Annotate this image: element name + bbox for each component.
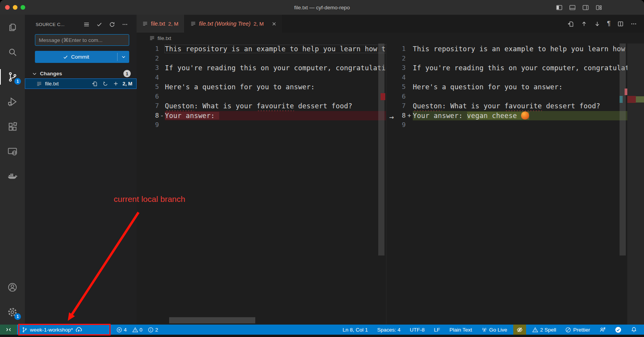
pilcrow-icon[interactable]: ¶ xyxy=(607,20,611,28)
docker-icon xyxy=(7,170,18,182)
commit-message-input[interactable] xyxy=(35,34,129,46)
checkmark-item[interactable] xyxy=(612,325,625,335)
annotation-highlight-box xyxy=(18,324,111,335)
next-change-icon[interactable] xyxy=(594,21,601,27)
sidebar-item-extensions[interactable] xyxy=(0,114,25,139)
run-debug-icon xyxy=(7,96,18,107)
code-line: If you're reading this on your computer,… xyxy=(413,64,644,72)
open-file-icon[interactable] xyxy=(92,81,98,87)
commit-check-icon[interactable] xyxy=(96,21,102,28)
code-line: This repository is an example to help yo… xyxy=(413,45,644,53)
info-count: 2 xyxy=(155,327,158,333)
indentation-item[interactable]: Spaces: 4 xyxy=(374,325,403,335)
file-icon xyxy=(149,35,155,41)
cursor-position-item[interactable]: Ln 8, Col 1 xyxy=(339,325,371,335)
diff-modified-pane[interactable]: 1This repository is an example to help y… xyxy=(386,43,644,325)
remote-icon xyxy=(5,327,12,333)
sidebar-item-settings[interactable]: 1 xyxy=(0,300,25,325)
broadcast-icon xyxy=(481,327,487,333)
more-actions-icon[interactable] xyxy=(122,21,128,28)
stage-changes-icon[interactable] xyxy=(113,81,119,87)
misspelled-word: Queston xyxy=(165,102,194,110)
changes-count-badge: 1 xyxy=(123,70,131,77)
warning-icon xyxy=(532,327,538,333)
overview-deleted-block xyxy=(627,96,636,103)
info-icon xyxy=(148,327,154,333)
tab-file-txt[interactable]: file.txt 2, M xyxy=(137,15,185,33)
accounts-icon xyxy=(7,282,18,293)
sidebar-item-docker[interactable] xyxy=(0,164,25,189)
split-editor-icon[interactable] xyxy=(617,21,624,27)
eol-item[interactable]: LF xyxy=(431,325,443,335)
exploding-head-emoji: 🤯 xyxy=(521,111,529,120)
refresh-icon[interactable] xyxy=(109,21,115,28)
changes-label: Changes xyxy=(40,71,62,76)
previous-change-icon[interactable] xyxy=(581,21,587,27)
sidebar-item-remote-explorer[interactable] xyxy=(0,139,25,164)
misspelled-word: Queston xyxy=(413,102,442,110)
file-icon xyxy=(36,81,42,87)
customize-layout-icon[interactable] xyxy=(596,4,602,11)
sidebar-item-run-debug[interactable] xyxy=(0,89,25,114)
inserted-text: vegan cheese 🤯 xyxy=(467,112,530,120)
explorer-icon xyxy=(7,22,18,33)
search-icon xyxy=(7,47,18,57)
extensions-icon xyxy=(7,122,18,132)
prettier-item[interactable]: Prettier xyxy=(562,325,593,335)
diff-original-pane[interactable]: 1This repository is an example to help y… xyxy=(137,43,386,325)
sidebar-item-search[interactable] xyxy=(0,40,25,64)
commit-button-label: Commit xyxy=(71,54,89,60)
open-changes-icon[interactable] xyxy=(568,21,574,27)
titlebar: file.txt — cyf-demo-repo xyxy=(0,0,644,15)
sidebar-item-explorer[interactable] xyxy=(0,15,25,40)
left-vertical-scrollbar[interactable] xyxy=(378,43,384,255)
problems-status-item[interactable]: 4 0 2 xyxy=(113,325,161,335)
code-line: This repository is an example to help yo… xyxy=(165,45,386,53)
more-actions-icon[interactable] xyxy=(630,21,637,27)
tab-file-txt-working-tree[interactable]: file.txt (Working Tree) 2, M xyxy=(185,15,283,33)
commit-button[interactable]: Commit xyxy=(35,51,129,63)
commit-dropdown-button[interactable] xyxy=(118,51,129,63)
breadcrumb-item-file[interactable]: file.txt xyxy=(158,35,171,41)
settings-badge: 1 xyxy=(14,313,21,320)
misspelled-word: favourite xyxy=(256,102,294,110)
file-icon xyxy=(142,21,148,26)
toggle-primary-sidebar-icon[interactable] xyxy=(556,4,563,11)
feedback-item[interactable] xyxy=(596,325,609,335)
file-status-badge: 2, M xyxy=(123,81,132,87)
chevron-down-icon xyxy=(32,71,37,76)
chevron-down-icon xyxy=(121,54,126,59)
spell-checker-item[interactable]: 2 Spell xyxy=(529,325,559,335)
vscode-window: file.txt — cyf-demo-repo xyxy=(0,0,644,337)
go-live-item[interactable]: Go Live xyxy=(478,325,511,335)
eye-off-item[interactable] xyxy=(513,325,526,335)
toggle-panel-icon[interactable] xyxy=(569,4,576,11)
problem-overview-marker xyxy=(625,89,627,95)
close-icon[interactable] xyxy=(272,21,277,26)
code-line: Here's a question for you to answer: xyxy=(413,83,563,91)
changes-section-header[interactable]: Changes 1 xyxy=(25,69,137,78)
minimize-window-button[interactable] xyxy=(13,5,17,10)
horizontal-scrollbar[interactable] xyxy=(169,317,255,323)
misspelled-word: favourite xyxy=(504,102,542,110)
error-count: 4 xyxy=(124,327,127,333)
discard-changes-icon[interactable] xyxy=(102,81,108,87)
annotation-label: current local branch xyxy=(114,195,185,204)
maximize-window-button[interactable] xyxy=(21,5,25,10)
close-window-button[interactable] xyxy=(5,5,10,10)
feedback-icon xyxy=(599,327,606,333)
language-mode-item[interactable]: Plain Text xyxy=(446,325,475,335)
tab-problems-badge: 2, M xyxy=(254,21,264,27)
notifications-item[interactable] xyxy=(628,325,640,335)
toggle-secondary-sidebar-icon[interactable] xyxy=(582,4,589,11)
warning-icon xyxy=(132,327,138,333)
sidebar-item-accounts[interactable] xyxy=(0,275,25,300)
view-as-list-icon[interactable] xyxy=(83,21,90,28)
breadcrumb: file.txt xyxy=(137,33,644,43)
code-line: If you're reading this on your computer,… xyxy=(165,64,386,72)
sidebar-item-source-control[interactable]: 1 xyxy=(0,64,25,89)
right-vertical-scrollbar[interactable] xyxy=(620,43,626,255)
encoding-item[interactable]: UTF-8 xyxy=(407,325,428,335)
remote-indicator[interactable] xyxy=(0,325,17,335)
changed-file-row[interactable]: file.txt 2, M xyxy=(25,78,137,89)
